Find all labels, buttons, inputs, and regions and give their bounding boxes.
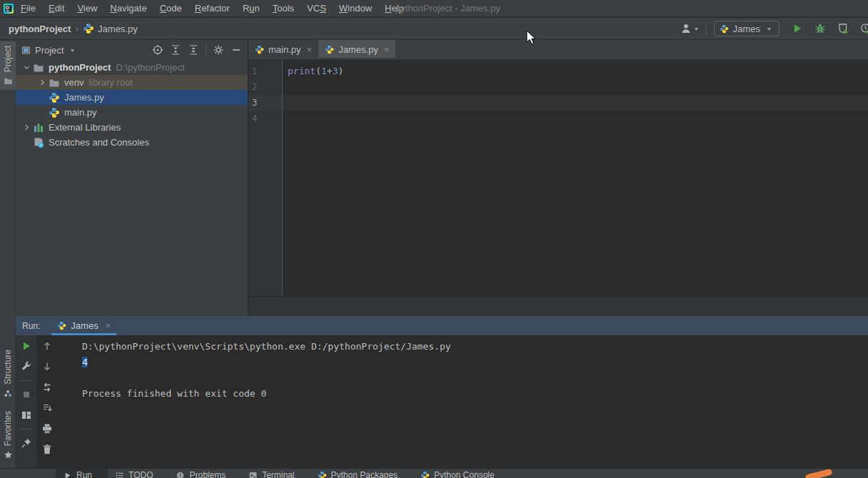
tree-item-hint: D:\pythonProject: [116, 62, 184, 73]
folder-icon: [49, 77, 60, 88]
run-tab-james[interactable]: James ×: [51, 316, 116, 335]
tree-item-label: James.py: [64, 92, 104, 103]
print-button[interactable]: [41, 423, 53, 434]
line-number[interactable]: 1: [248, 63, 282, 79]
locate-file-button[interactable]: [152, 44, 163, 56]
bottom-tool-terminal[interactable]: Terminal: [241, 469, 310, 478]
run-button[interactable]: [789, 21, 805, 36]
menu-file[interactable]: File: [14, 3, 42, 14]
up-stacktrace-button[interactable]: [41, 340, 53, 352]
tree-item-venv[interactable]: venvlibrary root: [16, 75, 248, 90]
chevron-right-icon[interactable]: [36, 78, 49, 87]
close-icon[interactable]: ×: [307, 44, 313, 55]
close-icon[interactable]: ×: [106, 320, 111, 331]
soft-wrap-button[interactable]: [41, 382, 53, 393]
profiler-button[interactable]: [858, 21, 868, 36]
tree-item-label: pythonProject: [49, 62, 111, 73]
menu-view[interactable]: View: [71, 3, 104, 14]
console-output[interactable]: D:\pythonProject\venv\Scripts\python.exe…: [57, 335, 868, 468]
rerun-button[interactable]: [21, 340, 32, 352]
line-number[interactable]: 4: [248, 111, 282, 126]
hide-panel-button[interactable]: [231, 44, 242, 56]
chevron-down-icon[interactable]: [20, 63, 33, 72]
menu-edit[interactable]: Edit: [42, 3, 71, 14]
tree-item-james-py[interactable]: James.py: [16, 90, 248, 105]
breadcrumb-file[interactable]: James.py: [98, 24, 138, 34]
debug-button[interactable]: [812, 21, 828, 36]
bottom-tool-bar: RunTODOProblemsTerminalPython PackagesPy…: [0, 468, 868, 478]
tool-button-project-label: Project: [3, 46, 13, 72]
editor-gutter[interactable]: 1234: [248, 60, 283, 296]
scroll-to-end-button[interactable]: [41, 402, 53, 414]
profiler-icon: [860, 23, 868, 34]
tree-item-pythonproject[interactable]: pythonProjectD:\pythonProject: [16, 60, 248, 75]
bottom-tool-problems[interactable]: Problems: [168, 469, 241, 478]
code-editor[interactable]: print(1+3): [283, 60, 868, 296]
settings-wrench-button[interactable]: [21, 361, 32, 372]
menu-tools[interactable]: Tools: [266, 3, 301, 14]
tool-button-structure[interactable]: Structure: [0, 345, 16, 402]
line-number[interactable]: 2: [248, 79, 282, 95]
collapse-all-button[interactable]: [188, 44, 199, 56]
chevron-down-icon: [692, 24, 701, 34]
terminal-icon: [248, 471, 258, 478]
bottom-tool-label: Python Console: [434, 470, 495, 478]
bottom-tool-python-packages[interactable]: Python Packages: [311, 469, 413, 478]
pycharm-window: FileEditViewNavigateCodeRefactorRunTools…: [0, 0, 868, 478]
tool-button-project[interactable]: Project: [0, 41, 16, 90]
stop-button[interactable]: [21, 389, 32, 400]
bottom-tool-label: Terminal: [262, 470, 294, 478]
tree-item-main-py[interactable]: main.py: [16, 105, 248, 120]
menu-vcs[interactable]: VCS: [301, 3, 333, 14]
left-tool-stripe: Project Structure Favorites: [0, 40, 16, 468]
menu-run[interactable]: Run: [236, 3, 266, 14]
toolbar-divider: [706, 21, 707, 36]
tree-item-external-libraries[interactable]: External Libraries: [16, 120, 248, 135]
tree-item-label: External Libraries: [49, 122, 121, 133]
mouse-cursor: [526, 30, 537, 46]
run-with-coverage-button[interactable]: [835, 21, 851, 36]
bottom-tool-python-console[interactable]: Python Console: [413, 469, 510, 478]
breadcrumb-project[interactable]: pythonProject: [9, 24, 71, 34]
expand-all-button[interactable]: [170, 44, 181, 56]
bottom-items: RunTODOProblemsTerminalPython PackagesPy…: [56, 469, 510, 478]
settings-gear-button[interactable]: [213, 44, 224, 56]
pin-tab-button[interactable]: [21, 437, 32, 449]
tool-button-favorites[interactable]: Favorites: [0, 407, 16, 464]
run-tab-label: James: [71, 320, 98, 331]
tree-item-scratches-and-consoles[interactable]: Scratches and Consoles: [16, 135, 248, 150]
line-number[interactable]: 3: [248, 95, 282, 111]
coverage-icon: [837, 23, 849, 34]
clear-all-button[interactable]: [41, 444, 53, 455]
run-configuration-select[interactable]: James: [714, 21, 779, 36]
tool-button-structure-label: Structure: [3, 350, 13, 385]
bottom-tool-run[interactable]: Run: [56, 469, 108, 478]
bottom-tool-label: TODO: [128, 470, 153, 478]
user-account-button[interactable]: [683, 21, 699, 36]
down-stacktrace-button[interactable]: [41, 361, 53, 372]
menu-window[interactable]: Window: [333, 3, 378, 14]
bottom-tool-todo[interactable]: TODO: [108, 469, 168, 478]
tool-window-icon: [21, 46, 31, 55]
chevron-down-icon[interactable]: [68, 46, 77, 55]
run-toolbar-console: [36, 335, 57, 468]
editor-tab-main-py[interactable]: main.py×: [248, 40, 318, 59]
chevron-right-icon[interactable]: [20, 123, 33, 132]
navigation-bar: pythonProject › James.py James: [0, 18, 868, 40]
menu-refactor[interactable]: Refactor: [188, 3, 236, 14]
scratches-icon: [33, 137, 44, 148]
tree-item-hint: library root: [89, 77, 132, 88]
console-line: 4: [82, 355, 868, 370]
run-toolbar-left: [16, 335, 36, 468]
menu-navigate[interactable]: Navigate: [104, 3, 153, 14]
editor-tab-james-py[interactable]: James.py×: [318, 40, 395, 59]
menu-bar: FileEditViewNavigateCodeRefactorRunTools…: [0, 0, 868, 17]
dashboard-layout-button[interactable]: [21, 410, 32, 421]
python-icon: [49, 92, 60, 103]
close-icon[interactable]: ×: [384, 44, 390, 55]
window-title: pythonProject - James.py: [395, 0, 500, 17]
project-panel: Project pythonProjectD:\pythonProjectven…: [16, 40, 248, 316]
menu-code[interactable]: Code: [153, 3, 188, 14]
project-panel-title[interactable]: Project: [35, 45, 64, 56]
structure-icon: [4, 389, 13, 398]
